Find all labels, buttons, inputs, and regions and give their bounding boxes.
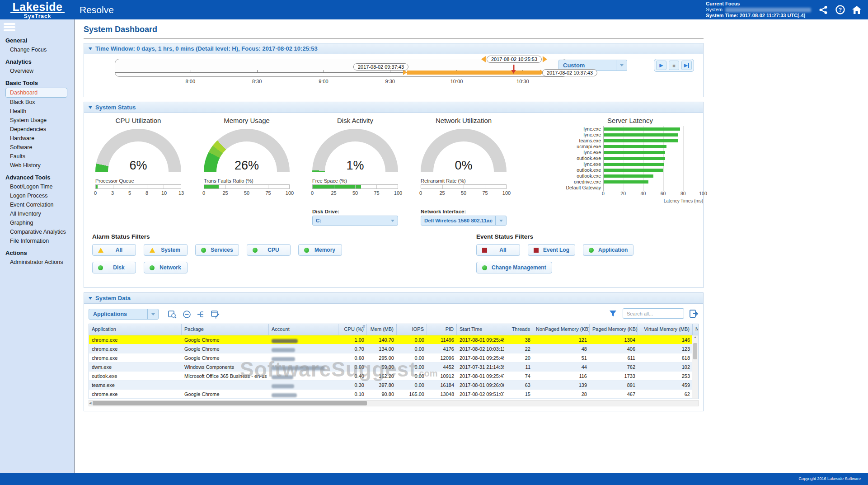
sidebar-item-change-focus[interactable]: Change Focus [0, 45, 75, 54]
column-header-pid[interactable]: PID [427, 324, 457, 335]
disk-drive-group: Disk Drive: C: [312, 209, 398, 226]
menu-icon[interactable] [4, 23, 17, 31]
sidebar-item-all-inventory[interactable]: All Inventory [0, 209, 75, 218]
table-row[interactable]: chrome.exeGoogle Chrome0.1090.80165.0013… [89, 390, 699, 399]
column-header-virtual-memory-mb[interactable]: Virtual Memory (MB) [638, 324, 693, 335]
sidebar-item-dashboard[interactable]: Dashboard [5, 88, 67, 98]
lakeside-logo[interactable]: Lakeside SysTrack [0, 0, 75, 19]
event-status-filters-event-log-button[interactable]: Event Log [528, 244, 575, 256]
vertical-scrollbar-thumb[interactable] [693, 343, 697, 359]
system-status-panel-header[interactable]: System Status [84, 102, 703, 113]
table-row[interactable]: outlook.exeMicrosoft Office 365 Business… [89, 372, 699, 381]
sidebar-item-comparative-analytics[interactable]: Comparative Analytics [0, 227, 75, 236]
alarm-status-filters-network-button[interactable]: Network [144, 262, 188, 273]
filters-row: Alarm Status Filters AllSystemServicesCP… [84, 233, 703, 280]
sidebar-item-administrator-actions[interactable]: Administrator Actions [0, 258, 75, 267]
cell-start-time: 2017-08-01 09:25:49 [457, 335, 504, 344]
stop-button[interactable]: ■ [669, 61, 679, 70]
cell-cpu: 0.60 [338, 363, 367, 371]
column-header-application[interactable]: Application [89, 324, 182, 335]
step-forward-button[interactable]: ▶ [681, 61, 692, 70]
event-status-filters-change-management-button[interactable]: Change Management [476, 262, 552, 273]
search-input[interactable] [623, 308, 684, 319]
range-start-pill[interactable]: 2017-08-02 09:37:43 [353, 63, 408, 71]
group-hierarchy-icon[interactable] [197, 310, 206, 319]
sidebar-item-logon-process[interactable]: Logon Process [0, 191, 75, 200]
table-row[interactable]: chrome.exeGoogle Chrome0.70134.000.00417… [89, 344, 699, 353]
alarm-status-filters-cpu-button[interactable]: CPU [247, 244, 291, 256]
horizontal-scrollbar[interactable]: ◀ [89, 400, 699, 406]
find-record-icon[interactable] [168, 310, 177, 319]
column-header-mem-mb[interactable]: Mem (MB) [367, 324, 397, 335]
column-filter-icon[interactable]: ∇ [363, 325, 365, 329]
column-header-package[interactable]: Package [182, 324, 269, 335]
help-icon[interactable]: ? [835, 5, 845, 15]
play-button[interactable]: ▶ [656, 61, 666, 70]
remove-filter-icon[interactable] [182, 310, 191, 319]
column-header-iops[interactable]: IOPS [397, 324, 427, 335]
logo-subtitle: SysTrack [0, 13, 75, 19]
sidebar-item-event-correlation[interactable]: Event Correlation [0, 200, 75, 209]
timeline-selected-range[interactable] [407, 71, 540, 75]
column-header-network[interactable]: Network [693, 324, 699, 335]
dropdown-arrow-icon[interactable] [147, 309, 158, 319]
column-header-threads[interactable]: Threads [504, 324, 533, 335]
sidebar-item-black-box[interactable]: Black Box [0, 98, 75, 107]
timeline-widget[interactable]: 2017-08-02 09:37:43 2017-08-02 10:25:53 … [115, 59, 568, 77]
sidebar-item-web-history[interactable]: Web History [0, 161, 75, 170]
gauge-cpu-utilization: CPU Utilization6%Processor Queue03581013 [95, 117, 181, 203]
timeline-focus-marker[interactable] [513, 65, 515, 71]
time-window-panel-header[interactable]: Time Window: 0 days, 1 hrs, 0 mins (Deta… [84, 43, 703, 54]
cell-start-time: 2017-08-01 09:26:06 [457, 381, 504, 389]
dropdown-arrow-icon[interactable] [616, 60, 627, 71]
axis-tick [257, 70, 258, 73]
column-header-paged-memory-kb[interactable]: Paged Memory (KB) [590, 324, 638, 335]
axis-tick [191, 70, 191, 73]
sidebar-item-overview[interactable]: Overview [0, 66, 75, 75]
system-data-panel-header[interactable]: System Data [84, 293, 703, 304]
export-icon[interactable] [690, 309, 699, 318]
sidebar-item-software[interactable]: Software [0, 143, 75, 152]
column-header-start-time[interactable]: Start Time [457, 324, 504, 335]
column-header-account[interactable]: Account [269, 324, 338, 335]
alarm-status-filters-all-button[interactable]: All [92, 244, 136, 256]
sidebar-item-boot-logon-time[interactable]: Boot/Logon Time [0, 182, 75, 191]
alarm-status-filters-services-button[interactable]: Services [195, 244, 239, 256]
sidebar-item-health[interactable]: Health [0, 107, 75, 116]
alarm-status-filters-system-button[interactable]: System [144, 244, 188, 256]
sidebar-item-file-information[interactable]: File Information [0, 236, 75, 245]
dropdown-arrow-icon[interactable] [495, 216, 506, 225]
sidebar-item-dependencies[interactable]: Dependencies [0, 125, 75, 134]
view-selector-dropdown[interactable]: Applications [89, 309, 159, 320]
column-header-cpu[interactable]: CPU (%)∇ [338, 324, 367, 335]
home-icon[interactable] [852, 5, 862, 15]
focus-left-handle-icon[interactable] [481, 56, 486, 62]
range-end-pill[interactable]: 2017-08-02 10:37:43 [542, 69, 597, 76]
sidebar-item-system-usage[interactable]: System Usage [0, 116, 75, 125]
dropdown-arrow-icon[interactable] [387, 216, 398, 225]
ok-circle-icon [150, 265, 155, 270]
filter-funnel-icon[interactable] [608, 309, 617, 318]
event-status-filters-application-button[interactable]: Application [583, 244, 633, 256]
vertical-scrollbar[interactable]: ▲ [692, 335, 698, 399]
sidebar-item-hardware[interactable]: Hardware [0, 134, 75, 143]
table-row[interactable]: chrome.exeGoogle Chrome1.00140.700.00114… [89, 335, 699, 344]
table-row[interactable]: teams.exe0.30397.800.00161842017-08-01 0… [89, 381, 699, 390]
sidebar-item-faults[interactable]: Faults [0, 152, 75, 161]
focus-pill-group[interactable]: 2017-08-02 10:25:53 [481, 56, 547, 63]
network-interface-dropdown[interactable]: Dell Wireless 1560 802.11ac [421, 216, 507, 226]
horizontal-scrollbar-thumb[interactable] [93, 401, 367, 405]
alarm-status-filters-memory-button[interactable]: Memory [298, 244, 342, 256]
alarm-status-filters-disk-button[interactable]: Disk [92, 262, 136, 273]
network-interface-value: Dell Wireless 1560 802.11ac [421, 218, 495, 223]
table-row[interactable]: dwm.exeWindows Components0.6059.300.0044… [89, 363, 699, 372]
table-row[interactable]: chrome.exeGoogle Chrome0.60295.000.00120… [89, 353, 699, 363]
focus-right-handle-icon[interactable] [543, 56, 547, 62]
edit-columns-icon[interactable] [211, 310, 220, 319]
cell-pid: 10912 [427, 372, 457, 380]
sidebar-item-graphing[interactable]: Graphing [0, 218, 75, 227]
share-icon[interactable] [818, 5, 828, 15]
event-status-filters-all-button[interactable]: All [476, 244, 520, 256]
disk-drive-dropdown[interactable]: C: [312, 216, 398, 226]
column-header-nonpaged-memory-kb[interactable]: NonPaged Memory (KB) [533, 324, 590, 335]
